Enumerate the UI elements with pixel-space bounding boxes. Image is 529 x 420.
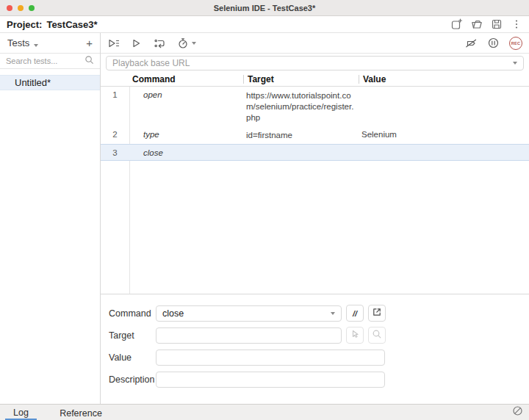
cell-command: type: [129, 126, 243, 144]
project-bar: Project: TestCase3*: [0, 16, 529, 33]
playback-base-url-select[interactable]: Playback base URL: [106, 56, 524, 70]
no-entry-icon: [512, 405, 523, 419]
value-input[interactable]: [156, 350, 385, 366]
table-row-selected[interactable]: 3 close: [101, 144, 529, 161]
step-over-icon[interactable]: [154, 37, 166, 49]
disable-breakpoints-icon[interactable]: [465, 37, 478, 49]
cell-value: Selenium: [359, 126, 529, 144]
window-titlebar: Selenium IDE - TestCase3*: [0, 0, 529, 16]
test-speed-control[interactable]: [177, 37, 196, 49]
cell-target: id=firstname: [243, 126, 359, 144]
run-current-test-icon[interactable]: [131, 37, 143, 49]
command-edit-form: Command close // Target: [101, 294, 529, 404]
open-in-new-window-button[interactable]: [368, 305, 386, 322]
cell-command: open: [129, 87, 243, 126]
chevron-down-icon[interactable]: [34, 37, 38, 50]
tab-reference[interactable]: Reference: [51, 405, 110, 420]
project-name: TestCase3*: [46, 19, 97, 30]
search-icon: [372, 329, 382, 342]
row-number: 3: [101, 145, 129, 160]
add-test-button[interactable]: +: [86, 37, 93, 48]
search-tests-input[interactable]: [6, 57, 84, 65]
external-link-icon: [372, 307, 382, 320]
chevron-down-icon: [513, 62, 517, 65]
search-icon: [84, 54, 94, 68]
command-select-value: close: [162, 308, 184, 319]
more-menu-icon[interactable]: [511, 18, 522, 30]
stopwatch-icon: [177, 37, 189, 49]
tests-dropdown[interactable]: Tests: [7, 37, 29, 48]
column-header-command[interactable]: Command: [129, 74, 243, 84]
open-project-folder-icon[interactable]: [471, 18, 483, 30]
tests-sidebar: Tests + Untitled*: [0, 33, 101, 404]
project-label: Project:: [7, 19, 42, 30]
select-target-button[interactable]: [346, 327, 364, 344]
toggle-comment-button[interactable]: //: [346, 305, 364, 322]
table-row[interactable]: 2 type id=firstname Selenium: [101, 126, 529, 144]
chevron-down-icon: [192, 42, 196, 45]
column-header-value[interactable]: Value: [359, 74, 529, 84]
close-window-button[interactable]: [7, 5, 12, 11]
cell-command: close: [129, 145, 243, 160]
cell-value: [359, 145, 529, 160]
save-project-icon[interactable]: [491, 18, 503, 30]
zoom-window-button[interactable]: [29, 5, 35, 11]
command-select[interactable]: close: [156, 305, 342, 322]
commands-table-header: Command Target Value: [101, 73, 529, 87]
new-project-icon[interactable]: [451, 18, 463, 30]
target-field-label: Target: [109, 330, 156, 341]
clear-log-button[interactable]: [512, 405, 523, 420]
row-number: 1: [101, 87, 129, 126]
table-row[interactable]: 1 open https://www.tutorialspoint.com/se…: [101, 87, 529, 126]
row-number: 2: [101, 126, 129, 144]
value-field-label: Value: [109, 352, 156, 363]
column-header-target[interactable]: Target: [244, 74, 359, 84]
cell-value: [359, 87, 529, 126]
log-reference-bar: Log Reference: [0, 404, 529, 420]
traffic-lights: [7, 5, 35, 11]
chevron-down-icon: [331, 312, 335, 315]
record-button[interactable]: REC: [509, 37, 522, 50]
tab-log[interactable]: Log: [5, 405, 37, 420]
window-title: Selenium IDE - TestCase3*: [214, 4, 316, 12]
run-all-tests-icon[interactable]: [107, 37, 120, 49]
cell-target: https://www.tutorialspoint.com/selenium/…: [243, 87, 359, 126]
pause-on-exceptions-icon[interactable]: [487, 37, 500, 49]
playback-toolbar: REC: [101, 33, 529, 54]
test-list-item-untitled[interactable]: Untitled*: [0, 75, 100, 90]
find-target-button[interactable]: [368, 327, 386, 344]
playback-base-url-placeholder: Playback base URL: [112, 58, 190, 68]
target-input[interactable]: [156, 327, 342, 344]
description-input[interactable]: [156, 372, 385, 388]
minimize-window-button[interactable]: [18, 5, 24, 11]
commands-table-body: 1 open https://www.tutorialspoint.com/se…: [101, 87, 529, 294]
cell-target: [243, 145, 359, 160]
cursor-pointer-icon: [350, 329, 360, 342]
description-field-label: Description: [109, 374, 156, 385]
command-field-label: Command: [109, 308, 156, 319]
